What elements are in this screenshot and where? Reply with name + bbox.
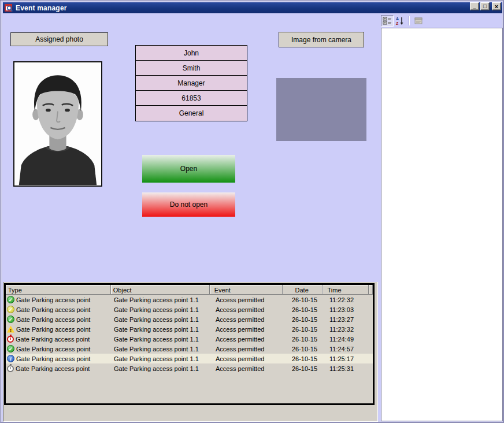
column-header-time[interactable]: Time bbox=[323, 285, 369, 295]
minimize-button[interactable]: _ bbox=[470, 2, 479, 10]
table-header: TypeObjectEventDateTime bbox=[6, 285, 373, 295]
event-manager-window: Event manager _ □ × Assigned photo Image… bbox=[0, 0, 504, 423]
event-cell: Access permitted bbox=[211, 314, 284, 324]
table-row[interactable]: Gate Parking access pointGate Parking ac… bbox=[6, 334, 373, 344]
time-cell: 11:24:49 bbox=[325, 334, 371, 344]
object-cell: Gate Parking access point 1.1 bbox=[112, 334, 211, 344]
clock-gray-icon bbox=[7, 365, 14, 372]
clock-red-icon bbox=[7, 336, 14, 343]
event-cell: Access permitted bbox=[211, 295, 284, 305]
camera-image-placeholder bbox=[276, 78, 366, 141]
type-cell: !Gate Parking access point bbox=[6, 324, 112, 334]
type-text: Gate Parking access point bbox=[16, 336, 90, 343]
object-cell: Gate Parking access point 1.1 bbox=[112, 305, 211, 314]
type-cell: ✓Gate Parking access point bbox=[6, 344, 112, 354]
time-cell: 11:23:27 bbox=[325, 314, 371, 324]
close-button[interactable]: × bbox=[492, 2, 501, 10]
event-cell: Access permitted bbox=[211, 354, 284, 363]
date-cell: 26-10-15 bbox=[284, 314, 325, 324]
titlebar[interactable]: Event manager bbox=[3, 2, 502, 13]
open-button-label: Open bbox=[180, 165, 197, 173]
time-cell: 11:25:17 bbox=[325, 354, 371, 363]
person-field-3: Manager bbox=[136, 76, 247, 91]
property-grid-panel bbox=[381, 28, 503, 421]
time-cell: 11:25:31 bbox=[325, 363, 371, 373]
info-icon: i bbox=[7, 355, 14, 362]
property-pages-button[interactable] bbox=[412, 15, 425, 27]
type-cell: Gate Parking access point bbox=[6, 334, 112, 344]
type-cell: iGate Parking access point bbox=[6, 354, 112, 363]
type-text: Gate Parking access point bbox=[16, 355, 90, 362]
table-row[interactable]: !Gate Parking access pointGate Parking a… bbox=[6, 324, 373, 334]
portrait-image bbox=[14, 62, 101, 185]
event-cell: Access permitted bbox=[211, 305, 284, 314]
object-cell: Gate Parking access point 1.1 bbox=[112, 363, 211, 373]
column-header-object[interactable]: Object bbox=[111, 285, 210, 295]
alphabetical-sort-button[interactable]: A Z bbox=[394, 15, 406, 27]
type-text: Gate Parking access point bbox=[16, 316, 90, 323]
event-table: TypeObjectEventDateTime ✓Gate Parking ac… bbox=[4, 283, 375, 405]
table-row[interactable]: ✓Gate Parking access pointGate Parking a… bbox=[6, 314, 373, 324]
object-cell: Gate Parking access point 1.1 bbox=[112, 344, 211, 354]
warning-icon: ! bbox=[7, 326, 14, 333]
type-cell: ✓Gate Parking access point bbox=[6, 314, 112, 324]
do-not-open-button[interactable]: Do not open bbox=[142, 192, 235, 217]
person-info-fields: John Smith Manager 61853 General bbox=[135, 45, 247, 121]
column-header-filler bbox=[369, 285, 373, 295]
type-cell: ✓Gate Parking access point bbox=[6, 305, 112, 314]
event-cell: Access permitted bbox=[211, 344, 284, 354]
type-cell: Gate Parking access point bbox=[6, 363, 112, 373]
person-field-2: Smith bbox=[136, 61, 247, 76]
close-icon: × bbox=[495, 3, 498, 9]
time-cell: 11:22:32 bbox=[325, 295, 371, 305]
time-cell: 11:24:57 bbox=[325, 344, 371, 354]
assigned-photo-button[interactable]: Assigned photo bbox=[10, 32, 108, 46]
svg-text:Z: Z bbox=[396, 21, 399, 25]
event-cell: Access permitted bbox=[211, 324, 284, 334]
person-field-4: 61853 bbox=[136, 91, 247, 106]
do-not-open-button-label: Do not open bbox=[170, 201, 207, 209]
table-row[interactable]: ✓Gate Parking access pointGate Parking a… bbox=[6, 295, 373, 305]
open-button[interactable]: Open bbox=[142, 155, 235, 183]
svg-text:A: A bbox=[396, 17, 399, 21]
property-grid-toolbar: A Z bbox=[381, 15, 425, 27]
date-cell: 26-10-15 bbox=[284, 305, 325, 314]
maximize-button[interactable]: □ bbox=[480, 2, 490, 10]
toolbar-separator bbox=[409, 16, 410, 25]
property-pages-icon bbox=[414, 16, 423, 25]
column-header-event[interactable]: Event bbox=[210, 285, 283, 295]
table-row[interactable]: ✓Gate Parking access pointGate Parking a… bbox=[6, 305, 373, 314]
object-cell: Gate Parking access point 1.1 bbox=[112, 354, 211, 363]
app-icon bbox=[5, 3, 13, 12]
date-cell: 26-10-15 bbox=[284, 354, 325, 363]
sort-az-icon: A Z bbox=[395, 16, 405, 25]
image-from-camera-button[interactable]: Image from camera bbox=[279, 32, 364, 47]
check-green-icon: ✓ bbox=[7, 316, 14, 323]
event-cell: Access permitted bbox=[211, 334, 284, 344]
person-field-1: John bbox=[136, 46, 247, 61]
date-cell: 26-10-15 bbox=[284, 324, 325, 334]
table-row[interactable]: iGate Parking access pointGate Parking a… bbox=[6, 354, 373, 363]
assigned-photo bbox=[13, 61, 102, 187]
type-text: Gate Parking access point bbox=[16, 326, 90, 333]
type-cell: ✓Gate Parking access point bbox=[6, 295, 112, 305]
table-row[interactable]: Gate Parking access pointGate Parking ac… bbox=[6, 363, 373, 373]
date-cell: 26-10-15 bbox=[284, 344, 325, 354]
date-cell: 26-10-15 bbox=[284, 295, 325, 305]
column-header-type[interactable]: Type bbox=[6, 285, 111, 295]
categorized-view-button[interactable] bbox=[381, 15, 394, 27]
object-cell: Gate Parking access point 1.1 bbox=[112, 314, 211, 324]
date-cell: 26-10-15 bbox=[284, 363, 325, 373]
type-text: Gate Parking access point bbox=[16, 365, 90, 372]
time-cell: 11:23:32 bbox=[325, 324, 371, 334]
date-cell: 26-10-15 bbox=[284, 334, 325, 344]
table-row[interactable]: ✓Gate Parking access pointGate Parking a… bbox=[6, 344, 373, 354]
minimize-icon: _ bbox=[473, 3, 476, 9]
type-text: Gate Parking access point bbox=[16, 346, 90, 352]
check-yellow-icon: ✓ bbox=[7, 306, 14, 313]
column-header-date[interactable]: Date bbox=[283, 285, 323, 295]
person-field-5: General bbox=[136, 106, 247, 121]
table-body: ✓Gate Parking access pointGate Parking a… bbox=[6, 295, 373, 373]
time-cell: 11:23:03 bbox=[325, 305, 371, 314]
window-title: Event manager bbox=[16, 4, 67, 12]
